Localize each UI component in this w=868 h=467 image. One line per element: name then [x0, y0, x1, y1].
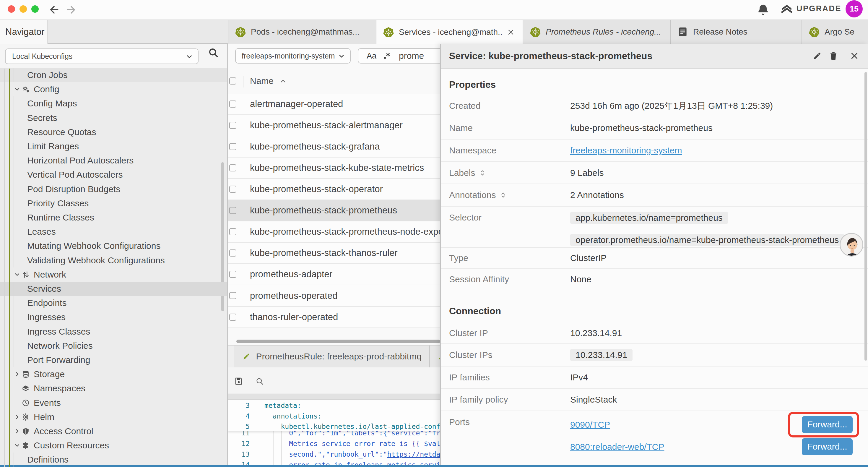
- port-link-9090-tcp[interactable]: 9090/TCP: [570, 420, 610, 430]
- upgrade-chevrons-icon[interactable]: [780, 3, 793, 16]
- tab-close-icon[interactable]: [507, 29, 514, 36]
- drawer-row-ip-families: IP familiesIPv4: [441, 367, 868, 389]
- kubeconfig-select[interactable]: Local Kubeconfigs: [5, 49, 198, 64]
- tab-label: Release Notes: [693, 27, 747, 37]
- navigator-header[interactable]: Navigator: [0, 20, 48, 44]
- drawer-row-label: Cluster IP: [449, 328, 488, 338]
- notifications-badge[interactable]: 15: [845, 0, 863, 18]
- edit-icon[interactable]: [813, 52, 822, 60]
- row-checkbox[interactable]: [229, 271, 236, 278]
- sidebar-item-network-policies[interactable]: Network Policies: [0, 339, 227, 353]
- sidebar-item-port-forwarding[interactable]: Port Forwarding: [0, 353, 227, 367]
- namespace-select[interactable]: freeleaps-monitoring-system: [235, 48, 351, 63]
- sidebar-item-leases[interactable]: Leases: [0, 225, 227, 239]
- header-divider: [243, 76, 243, 87]
- regex-icon[interactable]: [383, 52, 391, 60]
- sidebar-item-runtime-classes[interactable]: Runtime Classes: [0, 210, 227, 225]
- row-checkbox[interactable]: [229, 185, 236, 193]
- row-checkbox[interactable]: [229, 164, 236, 171]
- trash-icon[interactable]: [829, 52, 838, 60]
- sidebar-item-ingress-classes[interactable]: Ingress Classes: [0, 324, 227, 339]
- sidebar-item-config[interactable]: Config: [0, 82, 227, 96]
- table-search-input[interactable]: Aa prome: [358, 48, 452, 63]
- row-checkbox[interactable]: [229, 207, 236, 214]
- row-checkbox[interactable]: [229, 314, 236, 321]
- service-name: kube-prometheus-stack-operator: [250, 184, 383, 195]
- save-icon[interactable]: [234, 377, 243, 385]
- chevron-right-icon[interactable]: [14, 414, 20, 420]
- sidebar-item-endpoints[interactable]: Endpoints: [0, 296, 227, 310]
- tab-release-notes[interactable]: Release Notes: [671, 20, 802, 44]
- tab-argo-se[interactable]: Argo Se: [802, 20, 868, 44]
- sidebar-item-access-control[interactable]: Access Control: [0, 424, 227, 438]
- sort-both-icon[interactable]: [500, 192, 506, 198]
- sidebar-search-icon[interactable]: [208, 47, 219, 58]
- row-checkbox[interactable]: [229, 122, 236, 129]
- service-name: kube-prometheus-stack-kube-state-metrics: [250, 163, 424, 173]
- sidebar-item-storage[interactable]: Storage: [0, 367, 227, 381]
- sidebar-item-namespaces[interactable]: Namespaces: [0, 381, 227, 396]
- forward-button-2[interactable]: Forward...: [802, 438, 852, 455]
- sidebar-item-cron-jobs[interactable]: Cron Jobs: [0, 68, 227, 82]
- dock-tab-prometheusrule-freeleaps-prod-rabbitmq[interactable]: PrometheusRule: freeleaps-prod-rabbitmq: [234, 346, 430, 368]
- minimize-window-button[interactable]: [20, 5, 27, 13]
- zoom-window-button[interactable]: [31, 5, 39, 13]
- sort-asc-icon[interactable]: [280, 78, 286, 85]
- row-checkbox[interactable]: [229, 250, 236, 257]
- bell-icon[interactable]: [757, 4, 769, 16]
- sidebar-item-limit-ranges[interactable]: Limit Ranges: [0, 139, 227, 153]
- avatar[interactable]: [840, 233, 863, 257]
- row-checkbox[interactable]: [229, 292, 236, 299]
- chevron-down-icon[interactable]: [14, 86, 20, 92]
- drawer-header: Service: kube-prometheus-stack-prometheu…: [441, 44, 868, 68]
- editor-search-icon[interactable]: [255, 377, 264, 385]
- sidebar-item-network[interactable]: Network: [0, 267, 227, 282]
- sidebar-item-definitions[interactable]: Definitions: [0, 453, 227, 467]
- sidebar-item-config-maps[interactable]: Config Maps: [0, 96, 227, 111]
- sidebar-item-pod-disruption-budgets[interactable]: Pod Disruption Budgets: [0, 182, 227, 196]
- sidebar-item-custom-resources[interactable]: Custom Resources: [0, 438, 227, 453]
- port-link-8080-reloader-web-tcp[interactable]: 8080:reloader-web/TCP: [570, 442, 664, 452]
- forward-icon[interactable]: [66, 4, 77, 16]
- tab-prometheus-rules-icecheng[interactable]: Prometheus Rules - icecheng...: [523, 20, 671, 44]
- chevron-down-icon[interactable]: [14, 272, 20, 278]
- drawer-row-value: kube-prometheus-stack-prometheus: [570, 123, 713, 133]
- sidebar-item-resource-quotas[interactable]: Resource Quotas: [0, 125, 227, 139]
- sidebar-item-helm[interactable]: Helm: [0, 410, 227, 424]
- close-window-button[interactable]: [8, 5, 15, 13]
- drawer-row-session-affinity: Session AffinityNone: [441, 269, 868, 290]
- back-icon[interactable]: [49, 4, 60, 16]
- sidebar-item-secrets[interactable]: Secrets: [0, 111, 227, 125]
- upgrade-button[interactable]: UPGRADE: [797, 4, 841, 13]
- tab-pods-icecheng-mathmas[interactable]: Pods - icecheng@mathmas...: [228, 20, 376, 44]
- namespace-link[interactable]: freeleaps-monitoring-system: [570, 145, 682, 155]
- sidebar-item-label: Network: [34, 269, 66, 280]
- sidebar-item-services[interactable]: Services: [0, 282, 227, 296]
- sidebar-item-mutating-webhook-configurations[interactable]: Mutating Webhook Configurations: [0, 239, 227, 253]
- column-header-name[interactable]: Name: [250, 76, 274, 86]
- table-horizontal-scrollbar[interactable]: [236, 340, 440, 344]
- drawer-row-label: Created: [449, 101, 481, 111]
- chevron-down-icon[interactable]: [14, 442, 20, 448]
- close-icon[interactable]: [850, 52, 859, 60]
- value-chip: 10.233.14.91: [570, 349, 632, 361]
- drawer-row-label: Cluster IPs: [449, 350, 493, 360]
- match-case-icon[interactable]: Aa: [367, 52, 376, 61]
- sort-both-icon[interactable]: [479, 170, 486, 176]
- sidebar-item-events[interactable]: Events: [0, 396, 227, 410]
- document-icon: [677, 26, 688, 37]
- sidebar-item-validating-webhook-configurations[interactable]: Validating Webhook Configurations: [0, 253, 227, 267]
- sidebar-item-ingresses[interactable]: Ingresses: [0, 310, 227, 324]
- row-checkbox[interactable]: [229, 143, 236, 150]
- sidebar-item-priority-classes[interactable]: Priority Classes: [0, 196, 227, 210]
- select-all-checkbox[interactable]: [229, 78, 236, 85]
- chevron-right-icon[interactable]: [14, 371, 20, 377]
- chevron-right-icon[interactable]: [14, 428, 20, 434]
- row-checkbox[interactable]: [229, 100, 236, 108]
- row-checkbox[interactable]: [229, 228, 236, 235]
- sidebar-item-horizontal-pod-autoscalers[interactable]: Horizontal Pod Autoscalers: [0, 153, 227, 168]
- drawer-scrollbar[interactable]: [864, 72, 867, 360]
- drawer-row-value: 2 Annotations: [570, 190, 624, 200]
- sidebar-item-vertical-pod-autoscalers[interactable]: Vertical Pod Autoscalers: [0, 168, 227, 182]
- tab-services-icecheng-math[interactable]: Services - icecheng@math...: [376, 20, 523, 44]
